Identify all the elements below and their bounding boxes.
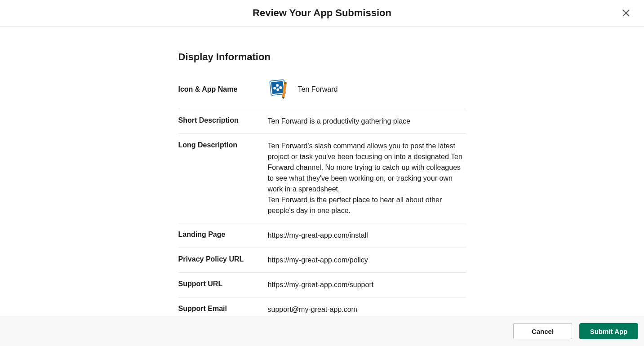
close-icon xyxy=(621,8,631,18)
field-long-description: Long Description Ten Forward's slash com… xyxy=(178,134,466,223)
modal-header: Review Your App Submission xyxy=(0,0,644,27)
field-short-description: Short Description Ten Forward is a produ… xyxy=(178,109,466,134)
field-value: support@my-great-app.com xyxy=(268,304,466,315)
cancel-button[interactable]: Cancel xyxy=(513,323,572,339)
field-privacy-policy: Privacy Policy URL https://my-great-app.… xyxy=(178,248,466,273)
field-label: Landing Page xyxy=(178,230,268,241)
field-value: https://my-great-app.com/install xyxy=(268,230,466,241)
svg-rect-6 xyxy=(273,87,276,89)
field-support-url: Support URL https://my-great-app.com/sup… xyxy=(178,273,466,297)
modal-footer: Cancel Submit App xyxy=(0,316,644,346)
field-icon-app-name: Icon & App Name Ten Forward xyxy=(178,76,466,109)
field-label: Icon & App Name xyxy=(178,85,268,93)
field-label: Privacy Policy URL xyxy=(178,255,268,266)
section-title: Display Information xyxy=(178,51,466,63)
field-label: Long Description xyxy=(178,141,268,216)
app-name-text: Ten Forward xyxy=(298,84,338,95)
field-value: Ten Forward is a productivity gathering … xyxy=(268,116,466,127)
field-landing-page: Landing Page https://my-great-app.com/in… xyxy=(178,223,466,248)
long-description-paragraph-1: Ten Forward's slash command allows you t… xyxy=(268,141,466,195)
field-label: Support Email xyxy=(178,304,268,315)
field-value: Ten Forward's slash command allows you t… xyxy=(268,141,466,216)
svg-rect-5 xyxy=(276,88,279,91)
field-value: https://my-great-app.com/support xyxy=(268,279,466,290)
submit-app-button[interactable]: Submit App xyxy=(579,323,638,339)
svg-rect-9 xyxy=(284,82,286,84)
svg-rect-4 xyxy=(276,84,279,87)
svg-rect-7 xyxy=(279,86,282,89)
svg-rect-3 xyxy=(271,81,284,94)
field-value: Ten Forward xyxy=(268,79,466,100)
field-label: Support URL xyxy=(178,279,268,290)
field-value: https://my-great-app.com/policy xyxy=(268,255,466,266)
field-label: Short Description xyxy=(178,116,268,127)
app-icon xyxy=(268,79,289,100)
long-description-paragraph-2: Ten Forward is the perfect place to hear… xyxy=(268,195,466,216)
modal-title: Review Your App Submission xyxy=(253,7,391,19)
modal-content: Display Information Icon & App Name xyxy=(178,27,466,346)
app-icon-image xyxy=(268,79,289,100)
close-button[interactable] xyxy=(618,5,634,21)
